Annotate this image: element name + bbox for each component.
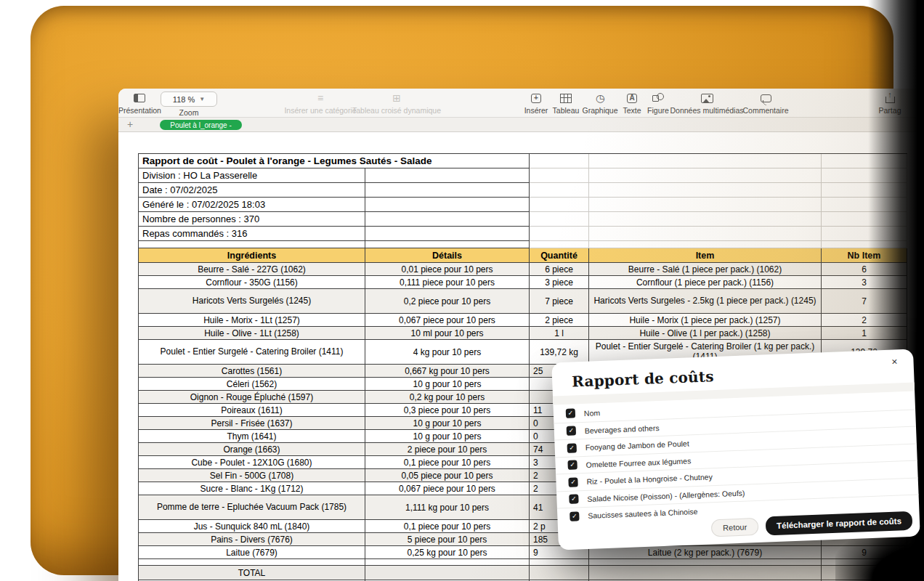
table-cell[interactable]: Nombre de personnes : 370 (139, 212, 365, 227)
table-cell[interactable] (822, 559, 907, 566)
table-cell[interactable]: Quantité (530, 248, 589, 263)
table-cell[interactable]: 1,111 kg pour 10 pers (365, 495, 530, 520)
table-cell[interactable]: TOTAL (139, 566, 365, 580)
table-cell[interactable]: 10 g pour 10 pers (365, 417, 530, 430)
comment-button[interactable]: Commentaire (733, 92, 798, 115)
table-cell[interactable]: Nb Item (822, 248, 907, 263)
table-cell[interactable]: 0,067 piece pour 10 pers (365, 482, 530, 495)
table-cell[interactable]: Carottes (1561) (139, 365, 365, 378)
table-cell[interactable] (822, 241, 907, 248)
table-cell[interactable] (530, 241, 589, 248)
table-cell[interactable]: Date : 07/02/2025 (139, 183, 365, 198)
checkbox-checked-icon[interactable]: ✓ (566, 409, 575, 418)
table-cell[interactable] (530, 566, 589, 580)
table-cell[interactable] (530, 198, 589, 212)
table-cell[interactable]: 0,3 piece pour 10 pers (365, 404, 530, 417)
checkbox-checked-icon[interactable]: ✓ (567, 443, 577, 452)
table-cell[interactable] (530, 168, 589, 183)
table-cell[interactable] (365, 183, 530, 198)
table-cell[interactable] (589, 212, 822, 227)
table-cell[interactable]: Généré le : 07/02/2025 18:03 (139, 198, 365, 212)
table-cell[interactable]: 7 (822, 289, 907, 314)
table-cell[interactable]: 0,667 kg pour 10 pers (365, 365, 530, 378)
table-cell[interactable]: 0,01 piece pour 10 pers (365, 263, 530, 276)
table-cell[interactable]: Ingrédients (139, 248, 365, 263)
table-cell[interactable]: Rapport de coût - Poulet à l'orange - Le… (139, 154, 530, 168)
table-cell[interactable]: Détails (365, 248, 530, 263)
table-cell[interactable]: Repas commandés : 316 (139, 227, 365, 241)
table-cell[interactable] (530, 212, 589, 227)
table-cell[interactable] (822, 212, 907, 227)
table-cell[interactable] (822, 227, 907, 241)
table-cell[interactable]: 5 piece pour 10 pers (365, 533, 530, 546)
sheet-tab-active[interactable]: Poulet à l_orange - (160, 120, 242, 130)
add-sheet-button[interactable]: + (127, 118, 133, 131)
table-cell[interactable]: Thym (1641) (139, 430, 365, 443)
table-cell[interactable] (139, 241, 365, 248)
close-icon[interactable]: × (891, 356, 898, 366)
table-cell[interactable] (589, 198, 822, 212)
table-cell[interactable]: 1 l (530, 327, 589, 340)
table-cell[interactable]: 6 piece (530, 263, 589, 276)
table-cell[interactable]: Huile - Morix - 1Lt (1257) (139, 314, 365, 327)
table-cell[interactable]: Beurre - Salé - 227G (1062) (139, 263, 365, 276)
table-cell[interactable] (530, 154, 589, 168)
text-button[interactable]: A Texte (617, 92, 647, 115)
table-cell[interactable]: 4 kg pour 10 pers (365, 340, 530, 365)
table-cell[interactable] (530, 227, 589, 241)
table-cell[interactable]: 10 g pour 10 pers (365, 378, 530, 391)
table-cell[interactable] (365, 566, 530, 580)
table-cell[interactable] (530, 559, 589, 566)
table-cell[interactable]: Sucre - Blanc - 1Kg (1712) (139, 482, 365, 495)
zoom-control[interactable]: 118 % ▼ Zoom (159, 92, 219, 117)
table-cell[interactable]: 10 ml pour 10 pers (365, 327, 530, 340)
table-cell[interactable]: Cornflour (1 piece per pack.) (1156) (589, 276, 822, 289)
table-cell[interactable] (822, 168, 907, 183)
table-cell[interactable]: Orange (1663) (139, 443, 365, 456)
checkbox-checked-icon[interactable]: ✓ (567, 460, 577, 470)
table-cell[interactable]: 0,2 kg pour 10 pers (365, 391, 530, 404)
checkbox-checked-icon[interactable]: ✓ (567, 426, 576, 436)
table-cell[interactable] (365, 198, 530, 212)
table-cell[interactable]: Pains - Divers (7676) (139, 533, 365, 546)
table-cell[interactable]: 0,1 piece pour 10 pers (365, 520, 530, 533)
table-cell[interactable]: Oignon - Rouge Épluché (1597) (139, 391, 365, 404)
table-cell[interactable]: Laitue (7679) (139, 546, 365, 559)
table-cell[interactable] (822, 154, 907, 168)
table-cell[interactable] (530, 183, 589, 198)
table-cell[interactable]: Céleri (1562) (139, 378, 365, 391)
table-cell[interactable]: Haricots Verts Surgelés (1245) (139, 289, 365, 314)
checkbox-checked-icon[interactable]: ✓ (569, 495, 578, 504)
table-cell[interactable]: 10 g pour 10 pers (365, 430, 530, 443)
checkbox-checked-icon[interactable]: ✓ (568, 477, 578, 487)
table-cell[interactable] (589, 154, 822, 168)
table-cell[interactable] (822, 183, 907, 198)
table-cell[interactable]: Haricots Verts Surgeles - 2.5kg (1 piece… (589, 289, 822, 314)
table-cell[interactable] (365, 559, 530, 566)
table-cell[interactable]: Poireaux (1611) (139, 404, 365, 417)
table-cell[interactable] (365, 241, 530, 248)
table-cell[interactable]: 9 (822, 546, 907, 559)
table-cell[interactable] (365, 227, 530, 241)
table-cell[interactable] (589, 183, 822, 198)
table-cell[interactable] (589, 227, 822, 241)
table-cell[interactable] (139, 559, 365, 566)
table-cell[interactable]: Huile - Olive - 1Lt (1258) (139, 327, 365, 340)
checkbox-checked-icon[interactable]: ✓ (570, 511, 579, 521)
table-cell[interactable]: 0,25 kg pour 10 pers (365, 546, 530, 559)
table-cell[interactable]: Cube - Poulet - 12X10G (1680) (139, 456, 365, 469)
table-cell[interactable] (589, 168, 822, 183)
table-cell[interactable]: 6 (822, 263, 907, 276)
table-cell[interactable]: 0,067 piece pour 10 pers (365, 314, 530, 327)
table-cell[interactable]: Sel Fin - 500G (1708) (139, 469, 365, 482)
table-cell[interactable]: 0,1 piece pour 10 pers (365, 456, 530, 469)
table-cell[interactable] (822, 198, 907, 212)
table-cell[interactable]: Jus - Sunquick 840 mL (1840) (139, 520, 365, 533)
table-cell[interactable]: 2 piece (530, 314, 589, 327)
table-cell[interactable] (822, 566, 907, 580)
table-cell[interactable]: 2 piece pour 10 pers (365, 443, 530, 456)
share-button[interactable]: ↑ Partag (861, 92, 919, 115)
table-cell[interactable]: Cornflour - 350G (1156) (139, 276, 365, 289)
table-cell[interactable]: 0,111 piece pour 10 pers (365, 276, 530, 289)
table-cell[interactable]: Division : HO La Passerelle (139, 168, 365, 183)
